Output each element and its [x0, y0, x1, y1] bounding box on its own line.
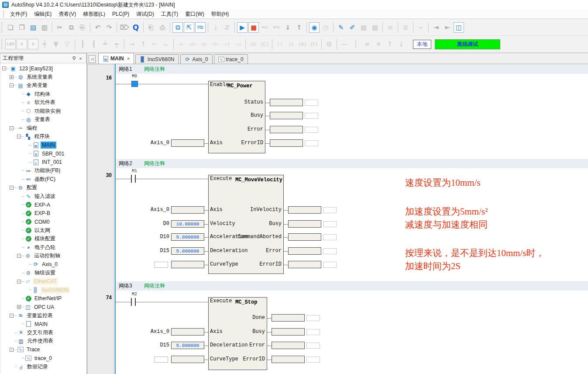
tab-scroll-left-icon[interactable]: ◁ — [89, 55, 96, 63]
line-up-icon[interactable]: ↑ — [385, 39, 395, 49]
tree-item-模块配置[interactable]: ✓模块配置 — [0, 235, 86, 243]
tree-item-功能块(FB)[interactable]: ≔功能块(FB) — [0, 166, 86, 175]
operand-label[interactable]: D15 — [126, 342, 169, 348]
wire-corner-right-icon[interactable]: ⌐ — [149, 39, 160, 49]
tree-item-以太网[interactable]: ✓以太网 — [0, 226, 86, 235]
coil-icon[interactable]: ( ) — [275, 39, 285, 49]
operand-box[interactable] — [171, 139, 204, 147]
stl-mode-icon[interactable]: S — [17, 39, 27, 49]
operand-box[interactable]: 10.00000 — [171, 220, 204, 228]
branch-down-icon[interactable]: ┯ — [111, 39, 122, 49]
operand-label[interactable]: Axis_0 — [126, 329, 169, 335]
tree-item-全局变量[interactable]: -▤全局变量 — [0, 81, 86, 90]
online-edit-icon[interactable]: ✐ — [347, 22, 358, 33]
tree-item-系统变量表[interactable]: +◍系统变量表 — [0, 73, 86, 82]
insert-fb-icon[interactable]: ⊞ — [324, 39, 334, 49]
operand-label[interactable]: D15 — [126, 248, 169, 254]
find-icon[interactable]: Q — [131, 22, 141, 33]
line-down-icon[interactable]: ↓ — [396, 39, 406, 49]
output-box[interactable] — [272, 356, 305, 363]
tree-item-EtherNet/IP[interactable]: ✓EtherNet/IP — [0, 294, 86, 303]
hline-icon[interactable]: — — [339, 39, 350, 49]
new-file-icon[interactable]: ❏ — [5, 22, 16, 33]
tree-item-电子凸轮[interactable]: ◕电子凸轮 — [0, 243, 86, 252]
contact-energized[interactable] — [131, 81, 138, 87]
output-status-box[interactable] — [306, 343, 320, 349]
output-box[interactable] — [270, 139, 303, 147]
jump-in-icon[interactable]: ⇥ — [431, 22, 441, 33]
tab-close-icon[interactable]: × — [127, 56, 130, 61]
output-box[interactable] — [288, 220, 321, 228]
lad-mode-icon[interactable]: LAD — [5, 39, 16, 49]
network-comment[interactable]: 网络注释 — [144, 282, 165, 290]
tree-item-函数(FC)[interactable]: ≕函数(FC) — [0, 175, 86, 184]
tree-item-结构体[interactable]: ◆结构体 — [0, 90, 86, 99]
save-icon[interactable]: ▤ — [28, 22, 38, 33]
tree-item-编程[interactable]: -⊣⊢编程 — [0, 124, 86, 133]
operand-box[interactable] — [171, 261, 204, 268]
output-status-box[interactable] — [305, 127, 318, 133]
expand-toggle[interactable]: - — [17, 254, 21, 258]
insert-row-icon[interactable]: ≡ — [385, 22, 395, 33]
window-cascade-icon[interactable]: ⧉ — [172, 22, 183, 33]
network-header[interactable]: 网络3网络注释 — [116, 281, 588, 291]
expand-toggle[interactable]: - — [2, 66, 6, 70]
write-edit-icon[interactable]: ✎ — [336, 22, 346, 33]
menu-item-edit[interactable]: 编辑(E) — [31, 10, 55, 19]
output-box[interactable] — [288, 206, 321, 214]
ladder-canvas[interactable]: 网络1网络注释16M0EnableMC_PowerAxisAxis_0Statu… — [87, 64, 588, 374]
menu-item-debug[interactable]: 调试(D) — [133, 10, 158, 19]
tab-trace-0[interactable]: ∿trace_0 — [214, 54, 248, 64]
output-status-box[interactable] — [306, 329, 320, 335]
expand-toggle[interactable]: - — [10, 126, 14, 130]
tree-item-EXP-A[interactable]: ✓EXP-A — [0, 201, 86, 209]
stop-icon[interactable]: ■ — [248, 22, 259, 33]
contact-falling-icon[interactable]: ⊣!⊢ — [210, 39, 220, 49]
wire-corner-left-icon[interactable]: ⌙ — [161, 39, 171, 49]
wire-right-icon[interactable]: → — [127, 39, 137, 49]
append-network-icon[interactable]: ▽ — [62, 39, 72, 49]
redo-icon[interactable]: ↷ — [104, 22, 114, 33]
set-instruction-icon[interactable]: (S) — [248, 39, 258, 49]
menu-item-window[interactable]: 窗口(W) — [182, 10, 207, 19]
menu-item-file[interactable]: 文件(F) — [7, 10, 31, 19]
import-doc-icon[interactable]: ⤓ — [210, 22, 221, 33]
window-export-icon[interactable]: ⇱ — [184, 22, 194, 33]
rtu-mode-icon[interactable]: RTU — [271, 22, 282, 33]
tab-main[interactable]: MMAIN× — [98, 53, 134, 64]
operand-box[interactable] — [171, 328, 204, 336]
edge-down-icon[interactable]: ⊣↓ — [233, 39, 243, 49]
tree-item-交叉引用表[interactable]: ✕交叉引用表 — [0, 329, 86, 337]
monitor-icon[interactable]: ◉ — [309, 22, 320, 33]
plc-mode-icon[interactable]: PLC — [260, 22, 270, 33]
run-icon[interactable]: ▶ — [237, 22, 248, 33]
branch-open-icon[interactable]: ┠ — [77, 39, 88, 49]
contact-rising-icon[interactable]: ⊣|⊢ — [199, 39, 209, 49]
output-box[interactable] — [270, 99, 303, 106]
contact-open-icon[interactable]: ⊣⊢ — [176, 39, 186, 49]
operand-box[interactable]: 5.000000 — [171, 233, 204, 241]
menu-item-help[interactable]: 帮助(H) — [208, 10, 233, 19]
output-box[interactable] — [288, 233, 321, 241]
network-comment[interactable]: 网络注释 — [144, 160, 165, 167]
operand-label[interactable]: Axis_0 — [126, 207, 169, 213]
tree-item-运动控制轴[interactable]: -⚙运动控制轴 — [0, 252, 86, 260]
expand-toggle[interactable]: - — [10, 314, 14, 318]
output-box[interactable] — [270, 126, 303, 133]
tree-item-OPC UA[interactable]: +◫OPC UA — [0, 303, 86, 312]
output-box[interactable] — [272, 342, 305, 349]
network-header[interactable]: 网络1网络注释 — [116, 65, 588, 74]
jump-out-icon[interactable]: ⇤ — [442, 22, 453, 33]
branch-close-icon[interactable]: ┨ — [89, 39, 99, 49]
expand-toggle[interactable]: - — [17, 135, 21, 139]
operand-box[interactable] — [171, 356, 204, 363]
tree-item-软元件表[interactable]: ≡软元件表 — [0, 98, 86, 107]
pin-icon[interactable]: ⚲ — [71, 55, 77, 61]
tree-item-变量监控表[interactable]: -≋变量监控表 — [0, 312, 86, 320]
tree-item-trace_0[interactable]: ∿trace_0 — [0, 354, 86, 363]
open-project-icon[interactable]: ❐ — [17, 22, 27, 33]
close-icon[interactable]: × — [77, 56, 84, 61]
output-status-box[interactable] — [323, 248, 337, 254]
contact-closed-icon[interactable]: ⊣/⊢ — [187, 39, 198, 49]
tree-item-MAIN[interactable]: MAIN — [0, 320, 86, 329]
